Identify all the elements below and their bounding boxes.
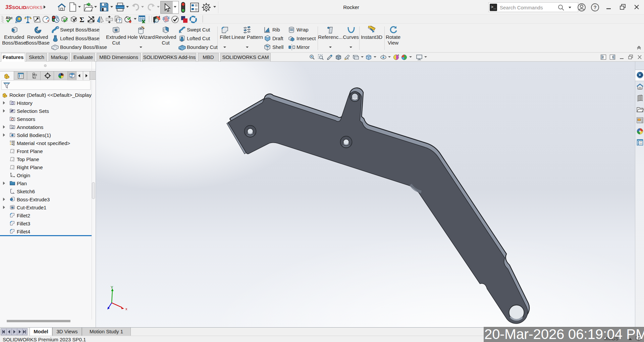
- svg-text:A: A: [347, 57, 349, 60]
- svg-text:Y: Y: [111, 286, 113, 289]
- svg-text:x: x: [125, 307, 127, 311]
